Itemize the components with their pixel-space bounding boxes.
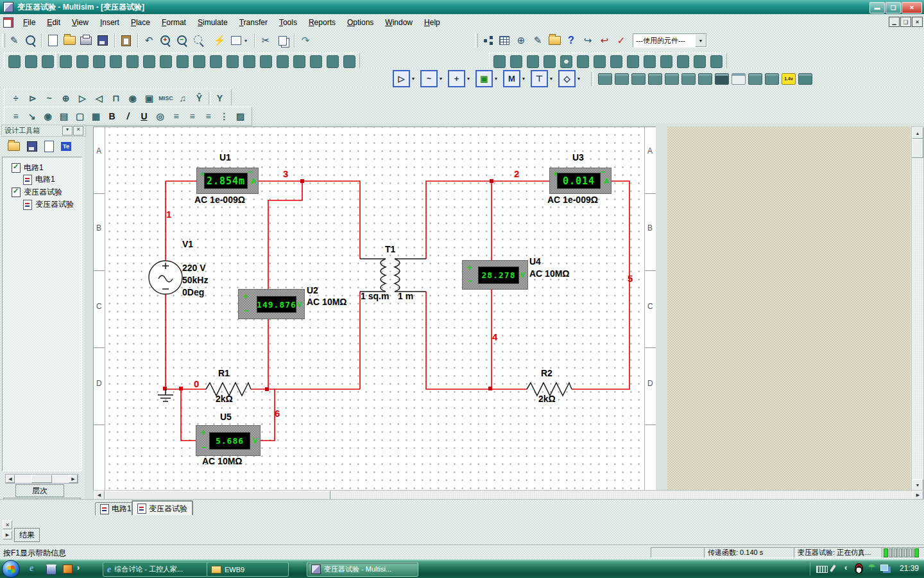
erc-check-icon[interactable]: ✓ (613, 33, 629, 48)
in-use-list-dropdown[interactable]: ---使用的元件--- ▼ (633, 33, 707, 48)
mdi-minimize-button[interactable]: ▁ (889, 17, 900, 27)
zoom-out-icon[interactable]: − (175, 33, 190, 48)
component-group-button[interactable] (627, 55, 639, 68)
new-design-icon[interactable] (44, 141, 54, 152)
source-part-icon[interactable]: ÷ (8, 91, 23, 105)
quicklaunch-app-icon[interactable] (63, 565, 73, 574)
power-source-virtual-button[interactable]: ⊤ (531, 70, 548, 87)
tray-network-icon[interactable] (880, 565, 888, 571)
component-group-button[interactable] (560, 55, 572, 68)
menu-insert[interactable]: Insert (94, 16, 125, 29)
align-left-icon[interactable]: ≡ (169, 109, 184, 123)
find-icon[interactable] (23, 33, 38, 48)
four-channel-scope-icon[interactable] (665, 73, 679, 85)
menu-simulate[interactable]: Simulate (192, 16, 234, 29)
maximize-button[interactable]: ❑ (886, 2, 901, 13)
panel-close-icon[interactable]: ✕ (73, 126, 83, 136)
panel-dock-icon[interactable]: ▾ (62, 126, 73, 136)
zoom-area-icon[interactable] (191, 33, 207, 48)
spreadsheet-icon[interactable] (497, 33, 512, 48)
dropdown-arrow-icon[interactable]: ▼ (438, 76, 444, 81)
project-checkbox-icon[interactable] (12, 163, 21, 173)
save-icon[interactable] (95, 33, 110, 48)
component-group-button[interactable] (8, 55, 21, 68)
menu-format[interactable]: Format (156, 16, 192, 29)
component-group-button[interactable] (594, 55, 606, 68)
edit-label-icon[interactable]: ✎ (6, 33, 22, 48)
toolbar-grip[interactable] (475, 33, 478, 48)
resistor-part-icon[interactable]: ~ (42, 91, 56, 105)
component-group-button[interactable] (243, 55, 255, 68)
motor-part-icon[interactable]: ◉ (125, 91, 140, 105)
dropdown-arrow-icon[interactable]: ▼ (465, 76, 472, 81)
tab-hierarchy[interactable]: 层次 (15, 484, 64, 497)
ammeter-u1[interactable]: + − 2.854m A (196, 168, 259, 194)
schematic-sheet[interactable]: A B C D A B C D (93, 127, 656, 491)
word-generator-icon[interactable] (715, 73, 729, 85)
tray-pen-icon[interactable] (830, 565, 836, 572)
iv-analyzer-icon[interactable]: 1.4v (782, 73, 796, 85)
component-group-button[interactable] (510, 55, 522, 68)
component-group-button[interactable] (193, 55, 205, 68)
multimeter-instrument-icon[interactable] (598, 73, 612, 85)
diode-virtual-button[interactable]: + (448, 70, 465, 87)
image-frame-icon[interactable]: ▦ (89, 109, 103, 123)
diode-part-icon[interactable]: ⊳ (25, 91, 40, 105)
tray-keyboard-icon[interactable] (816, 566, 828, 573)
misc-part-icon[interactable]: MISC (158, 91, 173, 105)
redo-icon[interactable]: ↷ (298, 33, 313, 48)
measurement-virtual-button[interactable]: M (503, 70, 520, 87)
text-lines-icon[interactable]: ≡ (8, 109, 23, 123)
scroll-right-icon[interactable]: ▶ (69, 475, 78, 483)
frequency-counter-icon[interactable] (698, 73, 712, 85)
comment-tool-icon[interactable]: ▢ (73, 109, 87, 123)
dropdown-arrow-icon[interactable]: ▼ (493, 76, 499, 81)
ttl-part-icon[interactable]: ◁ (92, 91, 107, 105)
underline-icon[interactable]: U (137, 109, 151, 123)
component-group-button[interactable] (176, 55, 189, 68)
component-group-button[interactable] (644, 55, 656, 68)
copy-icon[interactable] (275, 33, 290, 48)
menu-help[interactable]: Help (418, 16, 446, 29)
component-group-button[interactable] (25, 55, 37, 68)
results-tab[interactable]: 结果 (14, 528, 40, 542)
analog-virtual-button[interactable]: ▷ (393, 70, 410, 87)
toolbar-grip[interactable] (2, 33, 5, 48)
component-group-button[interactable] (677, 55, 689, 68)
import-icon[interactable]: ↩ (597, 33, 612, 48)
component-group-button[interactable] (60, 55, 72, 68)
component-group-button[interactable] (577, 55, 589, 68)
component-group-button[interactable] (527, 55, 539, 68)
component-group-button[interactable] (277, 55, 289, 68)
component-group-button[interactable] (260, 55, 272, 68)
component-group-button[interactable] (343, 55, 355, 68)
mcu-part-icon[interactable]: ▣ (142, 91, 157, 105)
close-button[interactable]: ✕ (902, 2, 922, 13)
design-toolbox-titlebar[interactable]: 设计工具箱 ▾ ✕ (1, 125, 86, 137)
grapher-dropdown-icon[interactable]: ▼ (243, 33, 249, 48)
quicklaunch-desktop-icon[interactable] (46, 565, 56, 575)
component-group-button[interactable] (76, 55, 89, 68)
voltmeter-u5[interactable]: + − 5.686 V (196, 425, 261, 456)
italic-icon[interactable]: / (121, 109, 135, 123)
help-icon[interactable]: ? (563, 33, 579, 48)
minimize-button[interactable]: ▬ (869, 2, 885, 13)
run-simulation-icon[interactable]: ⚡ (212, 33, 227, 48)
cut-icon[interactable]: ✂ (258, 33, 273, 48)
bode-plotter-icon[interactable] (681, 73, 696, 85)
canvas-vscrollbar[interactable]: ▲ ▼ (911, 127, 924, 491)
zoom-in-icon[interactable]: + (158, 33, 173, 48)
paste-icon[interactable] (118, 33, 133, 48)
menu-place[interactable]: Place (125, 16, 156, 29)
bold-icon[interactable]: B (105, 109, 119, 123)
align-center-icon[interactable]: ≡ (185, 109, 200, 123)
component-group-button[interactable] (227, 55, 239, 68)
tree-item-project2[interactable]: 变压器试验 (12, 187, 62, 198)
tree-item-sheet1[interactable]: 电路1 (23, 174, 55, 185)
component-group-button[interactable] (93, 55, 105, 68)
open-design-icon[interactable] (8, 142, 20, 151)
audio-part-icon[interactable]: ♫ (175, 91, 190, 105)
shapes-tool-icon[interactable]: ◉ (40, 109, 55, 123)
task-button-multisim[interactable]: 变压器试验 - Multisi... (307, 562, 418, 577)
grapher-icon[interactable] (228, 33, 244, 48)
